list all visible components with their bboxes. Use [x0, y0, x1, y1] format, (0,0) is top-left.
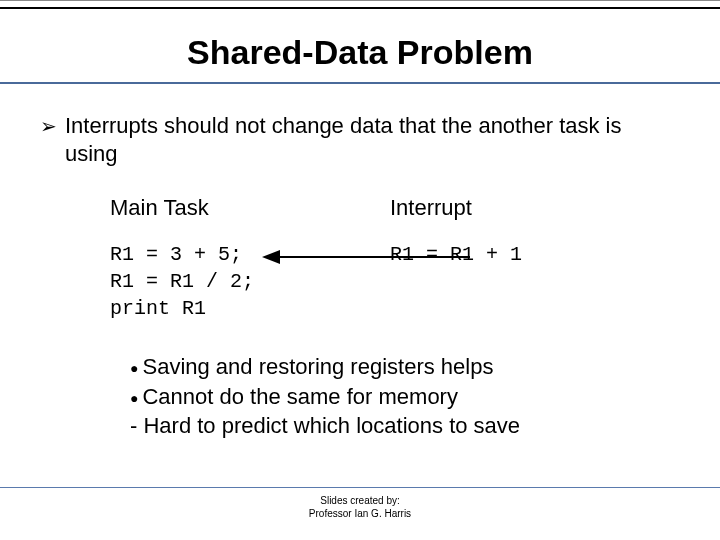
- sub-bullet-2-text: Cannot do the same for memory: [142, 382, 457, 412]
- main-bullet-row: ➢ Interrupts should not change data that…: [40, 112, 680, 167]
- left-column-heading: Main Task: [110, 195, 360, 221]
- sub-bullet-2: ● Cannot do the same for memory: [130, 382, 680, 412]
- title-container: Shared-Data Problem: [0, 7, 720, 84]
- slide-title: Shared-Data Problem: [0, 33, 720, 72]
- slide-footer: Slides created by: Professor Ian G. Harr…: [0, 487, 720, 520]
- footer-line-2: Professor Ian G. Harris: [0, 507, 720, 520]
- sub-bullet-dash: - Hard to predict which locations to sav…: [130, 411, 680, 441]
- sub-bullet-dash-text: - Hard to predict which locations to sav…: [130, 411, 520, 441]
- svg-marker-1: [262, 250, 280, 264]
- sub-bullet-1-text: Saving and restoring registers helps: [142, 352, 493, 382]
- title-rule-top: Shared-Data Problem: [0, 0, 720, 84]
- arrow-bullet-icon: ➢: [40, 114, 57, 139]
- sub-bullet-list: ● Saving and restoring registers helps ●…: [40, 352, 680, 441]
- right-column-heading: Interrupt: [390, 195, 640, 221]
- main-bullet-text: Interrupts should not change data that t…: [65, 112, 680, 167]
- dot-bullet-icon: ●: [130, 359, 138, 378]
- sub-bullet-1: ● Saving and restoring registers helps: [130, 352, 680, 382]
- arrow-left-icon: [260, 242, 480, 272]
- footer-line-1: Slides created by:: [0, 494, 720, 507]
- dot-bullet-icon: ●: [130, 389, 138, 408]
